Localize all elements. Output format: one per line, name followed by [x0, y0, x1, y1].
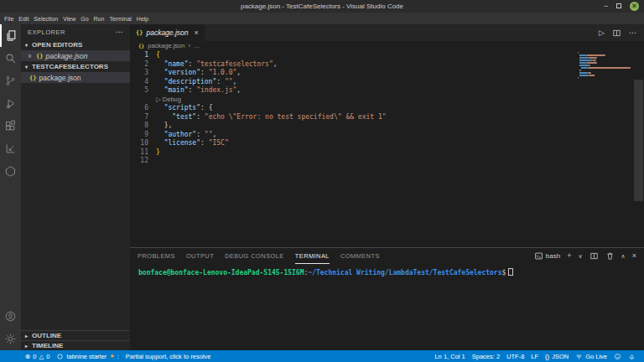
code-token [156, 78, 164, 85]
code-line[interactable]: 8 }, [130, 122, 644, 131]
code-token: : [196, 113, 205, 121]
problems-status[interactable]: ⊗ 0 △ 0 [22, 353, 53, 360]
feedback-button[interactable] [610, 353, 625, 360]
code-line[interactable]: 9 "author": "", [130, 131, 644, 140]
menu-terminal[interactable]: Terminal [106, 16, 133, 22]
more-actions-icon[interactable]: ⋯ [629, 28, 636, 37]
code-line[interactable]: 6 "scripts": { [130, 104, 644, 113]
code-line[interactable]: 5 "main": "index.js", [130, 86, 644, 96]
terminal[interactable]: bonface@bonface-Lenovo-IdeaPad-S145-15IG… [130, 264, 644, 350]
minimap-line [578, 75, 630, 76]
code-token: , [233, 78, 237, 85]
menu-go[interactable]: Go [78, 16, 91, 22]
close-editor-icon[interactable]: × [28, 52, 34, 60]
close-tab-icon[interactable]: × [195, 28, 199, 37]
breadcrumb[interactable]: {} package.json › … [130, 41, 644, 49]
indentation-status[interactable]: Spaces: 2 [469, 353, 503, 360]
minimap[interactable] [578, 52, 630, 82]
hexagon-icon[interactable] [0, 160, 21, 183]
outline-header[interactable]: ▸ OUTLINE [21, 330, 130, 340]
extensions-icon[interactable] [0, 115, 21, 137]
encoding-status[interactable]: UTF-8 [503, 353, 527, 360]
code-line[interactable]: 4 "description": "", [130, 78, 644, 87]
panel-tab-terminal[interactable]: TERMINAL [295, 248, 330, 264]
minimap-line [578, 57, 630, 59]
bottom-panel: PROBLEMSOUTPUTDEBUG CONSOLETERMINALCOMME… [130, 247, 644, 350]
breadcrumb-file[interactable]: package.json [148, 42, 184, 49]
line-number: 10 [130, 139, 148, 148]
go-live-button[interactable]: Go Live [572, 353, 610, 360]
file-item-package-json[interactable]: {} package.json [21, 72, 130, 83]
code-token: "test" [172, 113, 196, 121]
codelens-debug[interactable]: ▷ Debug [156, 96, 181, 103]
code-token: , [273, 60, 278, 68]
timeline-header[interactable]: ▸ TIMELINE [21, 340, 130, 350]
panel-tab-output[interactable]: OUTPUT [186, 248, 214, 264]
tabnine-status[interactable]: tabnine starter ★ : [53, 353, 122, 360]
language-mode[interactable]: {} JSON [542, 353, 572, 360]
breadcrumb-tail[interactable]: … [194, 42, 200, 49]
chevron-right-icon: ▸ [23, 343, 30, 349]
minimap-segment [579, 72, 587, 74]
minimap-segment [590, 72, 591, 74]
open-editor-item-package-json[interactable]: × {} package.json [21, 50, 130, 61]
account-icon[interactable] [0, 305, 21, 328]
code-line[interactable]: 10 "license": "ISC" [130, 139, 644, 148]
chart-icon[interactable] [0, 137, 21, 160]
code-line[interactable]: 11} [130, 148, 644, 158]
tabnine-message[interactable]: Partial support, click to resolve [122, 353, 215, 360]
menu-file[interactable]: File [2, 16, 16, 22]
split-terminal-icon[interactable] [589, 251, 599, 261]
open-editors-header[interactable]: ▾ OPEN EDITORS [21, 39, 130, 50]
shell-selector[interactable]: bash [534, 251, 560, 261]
code-line[interactable]: 3 "version": "1.0.0", [130, 69, 644, 78]
workspace-header[interactable]: ▾ TESTCAFESELECTORS [21, 61, 130, 72]
editor-scrollbar[interactable] [634, 80, 643, 201]
cursor-position[interactable]: Ln 1, Col 1 [431, 353, 468, 360]
code-token: } [156, 148, 160, 156]
tabnine-separator: : [117, 353, 119, 360]
code-line[interactable]: 1{ [130, 51, 644, 60]
minimize-icon[interactable]: − [604, 0, 608, 13]
menu-help[interactable]: Help [134, 16, 151, 22]
split-editor-icon[interactable] [612, 28, 621, 38]
code-line[interactable]: 7 "test": "echo \"Error: no test specifi… [130, 113, 644, 122]
maximize-panel-icon[interactable]: ∧ [621, 251, 626, 261]
terminal-dropdown-icon[interactable]: ∨ [578, 251, 582, 261]
settings-gear-icon[interactable] [0, 328, 21, 350]
kill-terminal-icon[interactable] [605, 251, 615, 261]
menu-edit[interactable]: Edit [16, 16, 31, 22]
explorer-icon[interactable] [0, 24, 21, 47]
close-window-icon[interactable]: × [630, 2, 639, 11]
panel-tab-comments[interactable]: COMMENTS [340, 248, 380, 264]
menu-selection[interactable]: Selection [31, 16, 60, 22]
run-file-icon[interactable]: ▷ [599, 28, 605, 37]
panel-tab-debug-console[interactable]: DEBUG CONSOLE [225, 248, 284, 264]
menu-run[interactable]: Run [91, 16, 107, 22]
explorer-more-actions-icon[interactable]: ⋯ [116, 28, 124, 36]
code-editor[interactable]: 1{2 "name": "testcafeselectors",3 "versi… [130, 49, 644, 247]
run-debug-icon[interactable] [0, 92, 21, 115]
minimap-segment [579, 59, 591, 61]
menu-view[interactable]: View [60, 16, 78, 22]
source-control-icon[interactable] [0, 70, 21, 92]
close-panel-icon[interactable]: × [632, 251, 636, 261]
new-terminal-icon[interactable]: + [567, 251, 571, 261]
line-number: 7 [130, 113, 148, 122]
search-icon[interactable] [0, 47, 21, 70]
line-number: 8 [130, 122, 148, 131]
code-line[interactable]: 12 [130, 157, 644, 166]
panel-tab-problems[interactable]: PROBLEMS [138, 248, 175, 264]
notifications-bell-icon[interactable] [625, 353, 639, 360]
file-item-label: package.json [39, 74, 80, 82]
codelens-row[interactable]: ▷ Debug [130, 96, 644, 105]
code-line[interactable]: 2 "name": "testcafeselectors", [130, 60, 644, 70]
code-token: , [168, 122, 172, 129]
maximize-icon[interactable] [616, 0, 621, 13]
eol-status[interactable]: LF [527, 353, 542, 360]
maximize-box [616, 3, 621, 8]
minimap-segment [579, 62, 585, 64]
tab-package-json[interactable]: {} package.json × [130, 24, 205, 41]
sidebar-explorer: EXPLORER ⋯ ▾ OPEN EDITORS × {} package.j… [21, 24, 130, 350]
code-token: : [196, 131, 205, 138]
